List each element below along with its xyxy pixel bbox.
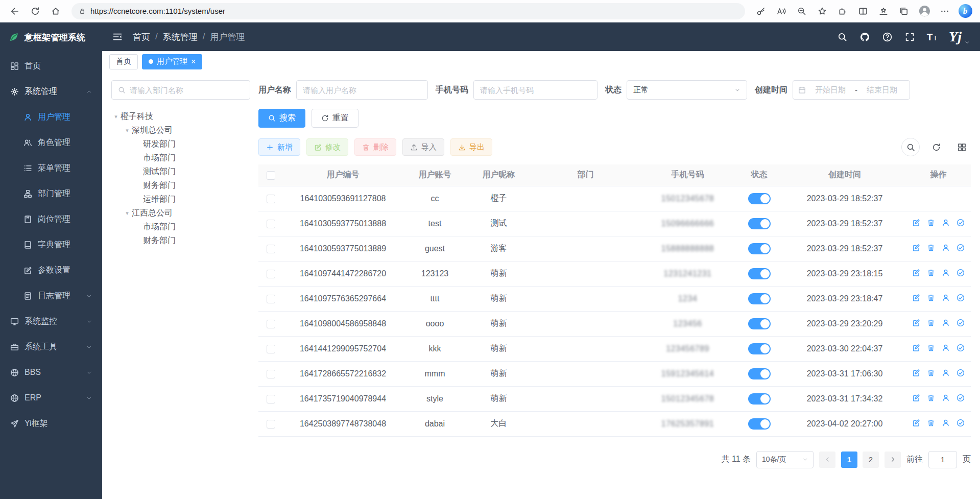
date-range-picker[interactable]: 开始日期 - 结束日期 — [793, 80, 910, 100]
favorites-star-button[interactable] — [812, 2, 832, 20]
assign-role-icon[interactable] — [957, 394, 965, 402]
sidebar-item-dict[interactable]: 字典管理 — [0, 232, 102, 257]
reset-password-icon[interactable] — [942, 369, 950, 377]
address-bar[interactable]: https://ccnetcore.com:1101/system/user — [71, 3, 745, 19]
sidebar-item-monitor[interactable]: 系统监控 — [0, 308, 102, 334]
row-checkbox[interactable] — [267, 420, 275, 429]
zoom-out-button[interactable] — [792, 2, 811, 20]
edit-icon[interactable] — [912, 369, 920, 377]
reset-password-icon[interactable] — [942, 294, 950, 302]
assign-role-icon[interactable] — [957, 369, 965, 377]
status-toggle[interactable] — [748, 293, 771, 304]
profile-avatar[interactable] — [915, 2, 934, 20]
read-aloud-button[interactable] — [772, 2, 791, 20]
breadcrumb-item[interactable]: 用户管理 — [210, 31, 245, 43]
edit-icon[interactable] — [912, 269, 920, 277]
page-size-select[interactable]: 10条/页 — [756, 451, 814, 468]
search-toggle-button[interactable] — [901, 138, 920, 156]
close-tab-icon[interactable]: × — [191, 58, 196, 66]
fullscreen-icon[interactable] — [900, 27, 919, 46]
tree-node[interactable]: 市场部门 — [111, 220, 250, 234]
tree-node[interactable]: 运维部门 — [111, 193, 250, 206]
row-checkbox[interactable] — [267, 220, 275, 228]
reset-password-icon[interactable] — [942, 319, 950, 327]
reset-password-icon[interactable] — [942, 269, 950, 277]
copilot-button[interactable]: b — [955, 2, 975, 20]
goto-page-input[interactable] — [928, 451, 957, 468]
reset-password-icon[interactable] — [942, 419, 950, 427]
phone-input[interactable] — [473, 80, 597, 100]
breadcrumb-item[interactable]: 系统管理 — [163, 31, 198, 43]
status-toggle[interactable] — [748, 368, 771, 379]
browser-home-button[interactable] — [46, 2, 65, 20]
assign-role-icon[interactable] — [957, 319, 965, 327]
status-toggle[interactable] — [748, 243, 771, 254]
hamburger-icon[interactable] — [112, 32, 123, 42]
import-button[interactable]: 导入 — [402, 138, 444, 156]
tree-node[interactable]: ▾橙子科技 — [111, 110, 250, 124]
delete-icon[interactable] — [927, 394, 935, 402]
tree-node[interactable]: 市场部门 — [111, 151, 250, 165]
row-checkbox[interactable] — [267, 245, 275, 253]
tree-node[interactable]: 财务部门 — [111, 179, 250, 193]
row-checkbox[interactable] — [267, 395, 275, 403]
sidebar-item-param[interactable]: 参数设置 — [0, 257, 102, 283]
delete-icon[interactable] — [927, 269, 935, 277]
edit-icon[interactable] — [912, 294, 920, 302]
browser-back-button[interactable] — [5, 2, 25, 20]
add-button[interactable]: 新增 — [258, 138, 300, 156]
edit-icon[interactable] — [912, 219, 920, 227]
tab-user[interactable]: 用户管理× — [142, 54, 202, 69]
tree-node[interactable]: 研发部门 — [111, 137, 250, 151]
edit-icon[interactable] — [912, 419, 920, 427]
assign-role-icon[interactable] — [957, 219, 965, 227]
page-button-2[interactable]: 2 — [863, 452, 879, 468]
status-toggle[interactable] — [748, 193, 771, 204]
browser-refresh-button[interactable] — [26, 2, 45, 20]
export-button[interactable]: 导出 — [450, 138, 492, 156]
delete-icon[interactable] — [927, 344, 935, 352]
delete-icon[interactable] — [927, 219, 935, 227]
assign-role-icon[interactable] — [957, 419, 965, 427]
key-button[interactable] — [751, 2, 771, 20]
status-toggle[interactable] — [748, 393, 771, 405]
sidebar-item-user[interactable]: 用户管理 — [0, 104, 102, 130]
sidebar-item-role[interactable]: 角色管理 — [0, 130, 102, 155]
assign-role-icon[interactable] — [957, 269, 965, 277]
row-checkbox[interactable] — [267, 295, 275, 303]
page-button-1[interactable]: 1 — [841, 452, 857, 468]
row-checkbox[interactable] — [267, 320, 275, 328]
sidebar-item-erp[interactable]: ERP — [0, 385, 102, 411]
delete-icon[interactable] — [927, 244, 935, 252]
sidebar-item-yi[interactable]: Yi框架 — [0, 411, 102, 436]
edit-button[interactable]: 修改 — [306, 138, 348, 156]
search-icon[interactable] — [832, 27, 852, 46]
edit-icon[interactable] — [912, 394, 920, 402]
split-screen-button[interactable] — [853, 2, 873, 20]
tree-node[interactable]: ▾江西总公司 — [111, 206, 250, 220]
status-toggle[interactable] — [748, 343, 771, 354]
reset-password-icon[interactable] — [942, 344, 950, 352]
sidebar-item-log[interactable]: 日志管理 — [0, 283, 102, 308]
row-checkbox[interactable] — [267, 270, 275, 278]
favorites-bar-button[interactable] — [874, 2, 893, 20]
assign-role-icon[interactable] — [957, 244, 965, 252]
tree-node[interactable]: 测试部门 — [111, 165, 250, 179]
edit-icon[interactable] — [912, 344, 920, 352]
row-checkbox[interactable] — [267, 195, 275, 203]
collections-button[interactable] — [894, 2, 914, 20]
assign-role-icon[interactable] — [957, 344, 965, 352]
tree-node[interactable]: ▾深圳总公司 — [111, 124, 250, 137]
delete-icon[interactable] — [927, 419, 935, 427]
tree-node[interactable]: 财务部门 — [111, 234, 250, 248]
prev-page-button[interactable] — [819, 452, 835, 468]
reset-button[interactable]: 重置 — [312, 109, 358, 128]
status-select[interactable]: 正常 — [627, 80, 747, 100]
delete-button[interactable]: 删除 — [354, 138, 396, 156]
username-input[interactable] — [296, 80, 428, 100]
browser-menu-button[interactable] — [935, 2, 954, 20]
tab-home[interactable]: 首页 — [109, 54, 138, 69]
status-toggle[interactable] — [748, 318, 771, 329]
extensions-button[interactable] — [833, 2, 852, 20]
font-size-icon[interactable]: TT — [922, 27, 942, 46]
